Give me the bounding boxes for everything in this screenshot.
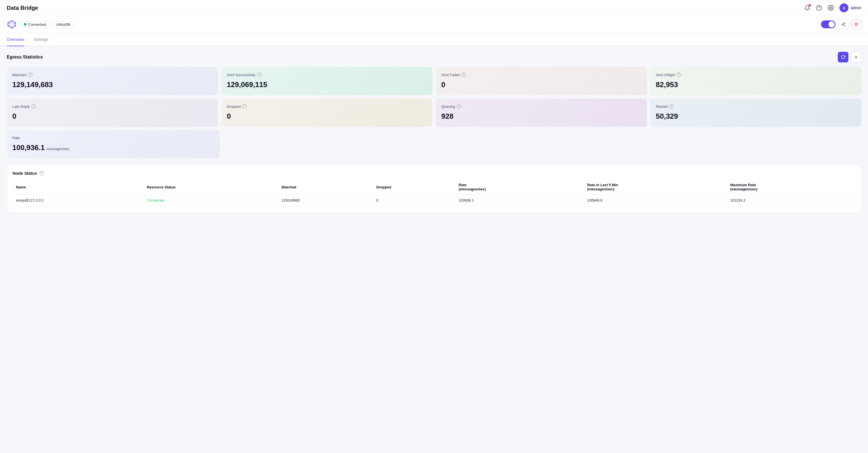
stat-card-rate: Rate 100,936.1messages/sec	[7, 130, 220, 158]
svg-point-11	[844, 22, 845, 24]
stat-label-retried: Retried ?	[656, 104, 856, 109]
node-table-body: emqx@127.0.0.1 Connected 129149683 0 100…	[12, 194, 856, 207]
stat-value-sent-successfully: 129,069,115	[227, 80, 427, 89]
info-icon-sent-failed[interactable]: ?	[461, 72, 466, 77]
rate-unit: messages/sec	[46, 147, 70, 151]
status-connected-badge: Connected	[147, 198, 164, 203]
stat-value-sent-failed: 0	[441, 80, 641, 89]
info-icon-node-status[interactable]: ?	[39, 171, 44, 176]
stat-label-matched: Matched ?	[12, 72, 212, 77]
admin-section[interactable]: A admin	[839, 3, 861, 12]
toggle-knob	[829, 21, 835, 27]
node-table-head: Name Resource Status Matched Dropped Rat…	[12, 180, 856, 194]
avatar: A	[839, 3, 848, 12]
stat-card-sent-failed: Sent Failed ? 0	[436, 67, 647, 95]
sub-header: Connected InfluxDB	[0, 16, 868, 33]
svg-marker-4	[9, 22, 14, 27]
col-rate-5min: Rate in Last 5 Min(messages/sec)	[584, 180, 727, 194]
cell-node-name: emqx@127.0.0.1	[12, 194, 144, 207]
enable-toggle[interactable]	[821, 21, 836, 28]
tab-overview[interactable]: Overview	[7, 33, 24, 46]
stat-card-dropped: Dropped ? 0	[221, 98, 433, 127]
admin-label: admin	[851, 6, 861, 10]
share-button[interactable]	[838, 19, 848, 29]
node-status-header: Node Status ?	[12, 171, 856, 176]
stat-value-dropped: 0	[227, 112, 427, 121]
stats-row-1: Matched ? 129,149,683 Sent Successfully …	[7, 67, 861, 95]
tabs-container: Overview Settings	[0, 33, 868, 46]
info-icon-late-reply[interactable]: ?	[31, 104, 36, 109]
stat-label-sent-successfully: Sent Successfully ?	[227, 72, 427, 77]
stat-value-late-reply: 0	[12, 112, 212, 121]
cell-resource-status: Connected	[144, 194, 278, 207]
table-row: emqx@127.0.0.1 Connected 129149683 0 100…	[12, 194, 856, 207]
tab-settings[interactable]: Settings	[33, 33, 49, 46]
stat-value-rate: 100,936.1messages/sec	[12, 143, 214, 152]
main-content: Egress Statistics Matched ? 129	[0, 46, 868, 453]
stats-row-2: Late Reply ? 0 Dropped ? 0 Queuing ? 928…	[7, 98, 861, 127]
col-matched: Matched	[278, 180, 373, 194]
cell-max-rate: 101224.2	[727, 194, 856, 207]
stat-label-rate: Rate	[12, 136, 214, 140]
connected-badge: Connected	[20, 21, 50, 28]
node-status-section: Node Status ? Name Resource Status Match…	[7, 165, 861, 212]
stat-label-queuing: Queuing ?	[441, 104, 641, 109]
app-title: Data Bridge	[7, 5, 38, 11]
stat-card-late-reply: Late Reply ? 0	[7, 98, 218, 127]
cell-rate-5min: 100949.9	[584, 194, 727, 207]
connected-label: Connected	[28, 22, 46, 27]
stat-label-late-reply: Late Reply ?	[12, 104, 212, 109]
settings-icon[interactable]	[828, 5, 834, 11]
rate-spacer	[223, 130, 862, 158]
info-icon-sent-successfully[interactable]: ?	[257, 72, 261, 77]
help-icon[interactable]	[816, 5, 822, 11]
stat-value-sent-inflight: 82,953	[656, 80, 856, 89]
stats-row-rate: Rate 100,936.1messages/sec	[7, 130, 861, 158]
stat-card-matched: Matched ? 129,149,683	[7, 67, 218, 95]
db-label: InfluxDB	[57, 22, 70, 27]
info-icon-dropped[interactable]: ?	[242, 104, 247, 109]
stat-value-retried: 50,329	[656, 112, 856, 121]
delete-button[interactable]	[851, 19, 861, 29]
sub-header-right	[821, 19, 861, 29]
stat-card-sent-successfully: Sent Successfully ? 129,069,115	[221, 67, 433, 95]
notification-dot	[809, 4, 811, 6]
close-button[interactable]	[851, 52, 861, 62]
col-resource-status: Resource Status	[144, 180, 278, 194]
egress-section-header: Egress Statistics	[7, 52, 861, 62]
svg-point-2	[830, 7, 832, 9]
col-dropped: Dropped	[373, 180, 455, 194]
stat-card-sent-inflight: Sent Inflight ? 82,953	[650, 67, 862, 95]
tabs: Overview Settings	[7, 33, 861, 46]
notification-icon[interactable]	[804, 5, 810, 11]
logo-icon	[7, 19, 17, 29]
info-icon-sent-inflight[interactable]: ?	[677, 72, 681, 77]
cell-matched: 129149683	[278, 194, 373, 207]
egress-title: Egress Statistics	[7, 55, 43, 60]
svg-line-14	[843, 25, 844, 26]
node-table-header-row: Name Resource Status Matched Dropped Rat…	[12, 180, 856, 194]
stat-card-queuing: Queuing ? 928	[436, 98, 647, 127]
refresh-button[interactable]	[838, 52, 848, 62]
db-badge: InfluxDB	[53, 21, 74, 28]
sub-header-left: Connected InfluxDB	[7, 19, 74, 29]
col-rate: Rate(messages/sec)	[455, 180, 584, 194]
node-table: Name Resource Status Matched Dropped Rat…	[12, 180, 856, 207]
top-header: Data Bridge A admin	[0, 0, 868, 16]
node-status-title: Node Status	[12, 171, 37, 176]
stat-label-sent-inflight: Sent Inflight ?	[656, 72, 856, 77]
info-icon-queuing[interactable]: ?	[457, 104, 461, 109]
stat-label-dropped: Dropped ?	[227, 104, 427, 109]
col-name: Name	[12, 180, 144, 194]
col-max-rate: Maximum Rate(messages/sec)	[727, 180, 856, 194]
cell-rate: 100936.1	[455, 194, 584, 207]
header-right: A admin	[804, 3, 861, 12]
stat-value-queuing: 928	[441, 112, 641, 121]
stat-label-sent-failed: Sent Failed ?	[441, 72, 641, 77]
svg-line-15	[843, 23, 844, 24]
section-actions	[838, 52, 861, 62]
stat-value-matched: 129,149,683	[12, 80, 212, 89]
connected-status-dot	[24, 23, 27, 26]
info-icon-matched[interactable]: ?	[28, 72, 32, 77]
info-icon-retried[interactable]: ?	[669, 104, 674, 109]
